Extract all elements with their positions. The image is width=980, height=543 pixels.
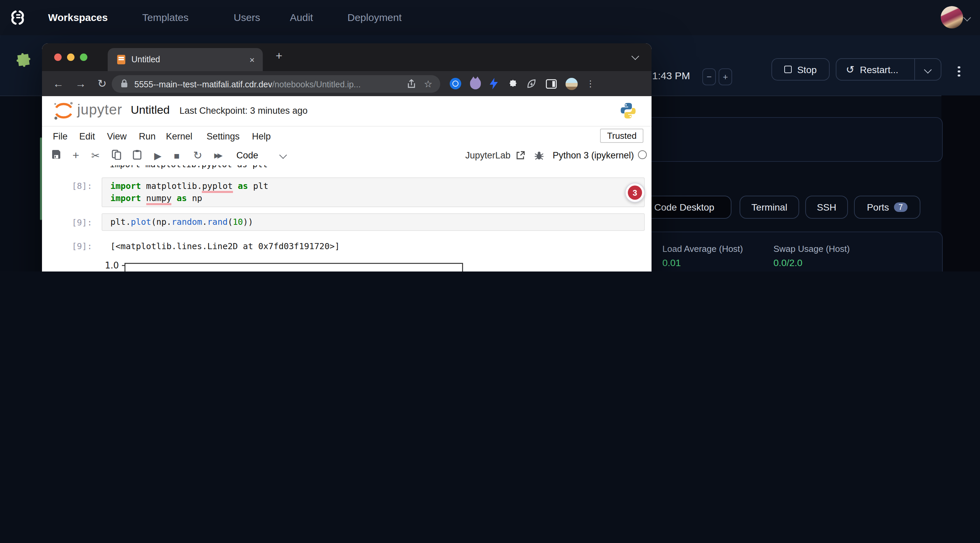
stop-button[interactable]: Stop xyxy=(772,58,830,81)
run-all-icon[interactable]: ▶▶ xyxy=(211,150,223,162)
tab-ports[interactable]: Ports 7 xyxy=(854,196,920,219)
tab-list-chevron-icon[interactable] xyxy=(632,52,640,60)
nav-item-deployment[interactable]: Deployment xyxy=(347,11,402,23)
tab-ssh[interactable]: SSH xyxy=(805,196,848,219)
tab-label: SSH xyxy=(817,202,837,213)
browser-toolbar: ← → ↻ 5555--main--test--matifali.atif.cd… xyxy=(42,71,652,96)
trusted-button[interactable]: Trusted xyxy=(600,129,643,143)
clipped-code-line: import matplotlib.pyplot as plt xyxy=(110,165,584,170)
restart-dropdown[interactable] xyxy=(914,59,941,80)
code-cell[interactable]: plt.plot(np.random.rand(10)) xyxy=(102,213,645,231)
tab-label: Code Desktop xyxy=(654,202,714,213)
svg-text:1.0: 1.0 xyxy=(105,260,119,270)
stop-icon xyxy=(784,66,792,73)
notebook-content: import matplotlib.pyplot as plt [8]: imp… xyxy=(42,165,652,272)
external-link-icon xyxy=(516,151,525,160)
nav-item-audit[interactable]: Audit xyxy=(290,11,313,23)
browser-tab-strip: Untitled × + xyxy=(42,43,652,71)
checkpoint-status: Last Checkpoint: 3 minutes ago xyxy=(180,106,307,116)
menu-file[interactable]: File xyxy=(53,131,68,141)
side-panel-icon[interactable] xyxy=(546,79,557,88)
output-prompt: [9]: xyxy=(72,241,92,251)
tab-title: Untitled xyxy=(131,55,160,64)
cell-type-chevron-icon[interactable] xyxy=(279,151,287,159)
copy-icon[interactable] xyxy=(110,150,123,162)
tab-close-icon[interactable]: × xyxy=(250,54,255,65)
debugger-bug-icon[interactable] xyxy=(535,151,544,160)
swap-usage-value: 0.0/2.0 xyxy=(773,257,803,268)
cell-prompt: [9]: xyxy=(72,218,92,227)
share-icon[interactable] xyxy=(407,79,416,88)
kernel-name[interactable]: Python 3 (ipykernel) xyxy=(553,150,634,160)
url-host: 5555--main--test--matifali.atif.cdr.dev/… xyxy=(134,78,361,90)
reload-icon[interactable]: ↻ xyxy=(97,78,107,89)
kernel-status-icon xyxy=(638,150,647,159)
notebook-title[interactable]: Untitled xyxy=(131,103,170,117)
url-path: /notebooks/Untitled.ip... xyxy=(272,79,361,89)
restart-icon: ↺ xyxy=(846,63,854,76)
figure-svg: 0.20.30.40.50.60.70.80.91.002468 xyxy=(76,257,482,272)
jupyterlab-link[interactable]: JupyterLab xyxy=(465,150,511,160)
new-tab-button[interactable]: + xyxy=(276,49,282,63)
browser-window: Untitled × + ← → ↻ 5555--main--test--mat… xyxy=(42,43,652,272)
tab-label: Ports xyxy=(867,202,889,213)
window-maximize-button[interactable] xyxy=(80,54,88,61)
user-avatar[interactable] xyxy=(941,6,963,29)
load-average-label: Load Average (Host) xyxy=(662,244,743,254)
cut-icon[interactable]: ✂ xyxy=(89,150,102,162)
nav-item-templates[interactable]: Templates xyxy=(142,11,189,23)
forward-icon[interactable]: → xyxy=(75,78,86,89)
lightning-extension-icon[interactable] xyxy=(490,78,498,89)
restart-kernel-icon[interactable]: ↻ xyxy=(192,150,204,162)
top-nav-bar: Workspaces Templates Users Audit Deploym… xyxy=(0,0,980,35)
jupyter-menubar: File Edit View Run Kernel Settings Help … xyxy=(42,126,652,148)
tab-label: Terminal xyxy=(751,202,788,213)
workspace-card-top xyxy=(609,117,943,162)
save-icon[interactable] xyxy=(50,150,62,162)
zoom-out-button[interactable]: − xyxy=(702,68,716,85)
window-minimize-button[interactable] xyxy=(67,54,75,61)
zoom-in-button[interactable]: + xyxy=(719,68,732,85)
address-bar[interactable]: 5555--main--test--matifali.atif.cdr.dev/… xyxy=(112,75,441,92)
browser-tab[interactable]: Untitled × xyxy=(108,48,263,71)
code-cell[interactable]: import matplotlib.pyplot as pltimport nu… xyxy=(102,178,645,207)
tab-terminal[interactable]: Terminal xyxy=(740,196,799,219)
run-cell-icon[interactable]: ▶ xyxy=(152,150,164,162)
menu-view[interactable]: View xyxy=(107,131,127,141)
menu-run[interactable]: Run xyxy=(139,131,156,141)
github-extension-icon[interactable] xyxy=(470,78,481,89)
menu-edit[interactable]: Edit xyxy=(79,131,95,141)
back-icon[interactable]: ← xyxy=(53,78,64,89)
restart-button[interactable]: ↺ Restart... xyxy=(836,58,942,81)
notification-badge-count: 3 xyxy=(628,186,642,200)
jupyter-wordmark: jupyter xyxy=(77,102,122,118)
interrupt-kernel-icon[interactable]: ■ xyxy=(171,150,183,162)
chevron-down-icon[interactable] xyxy=(963,14,971,22)
paste-icon[interactable] xyxy=(131,150,143,162)
energy-saver-icon[interactable] xyxy=(527,78,538,89)
nav-item-users[interactable]: Users xyxy=(234,11,260,23)
puzzle-app-icon[interactable] xyxy=(11,51,32,75)
jupyter-toolbar: + ✂ ▶ ■ ↻ ▶▶ Code JupyterLab Python xyxy=(42,146,652,166)
menu-kernel[interactable]: Kernel xyxy=(166,131,192,141)
stop-label: Stop xyxy=(797,64,817,75)
menu-settings[interactable]: Settings xyxy=(207,131,240,141)
browser-menu-icon[interactable]: ⋮ xyxy=(586,79,595,89)
coder-logo-icon[interactable] xyxy=(10,9,27,29)
add-cell-icon[interactable]: + xyxy=(70,150,82,162)
extensions-puzzle-icon[interactable] xyxy=(507,78,518,89)
onepassword-extension-icon[interactable] xyxy=(450,78,461,89)
notification-badge-ring[interactable]: 3 xyxy=(625,183,645,202)
menu-help[interactable]: Help xyxy=(252,131,271,141)
notebook-favicon xyxy=(117,55,125,64)
kebab-menu[interactable] xyxy=(958,64,960,78)
window-close-button[interactable] xyxy=(54,54,62,61)
bookmark-star-icon[interactable]: ☆ xyxy=(424,78,433,89)
restart-label: Restart... xyxy=(860,64,898,75)
browser-profile-avatar[interactable] xyxy=(566,78,578,90)
swap-usage-label: Swap Usage (Host) xyxy=(773,244,850,254)
cell-prompt: [8]: xyxy=(72,181,92,191)
cell-type-select[interactable]: Code xyxy=(236,150,258,160)
nav-item-workspaces[interactable]: Workspaces xyxy=(48,11,108,23)
output-text: [<matplotlib.lines.Line2D at 0x7fd03f191… xyxy=(110,240,340,252)
